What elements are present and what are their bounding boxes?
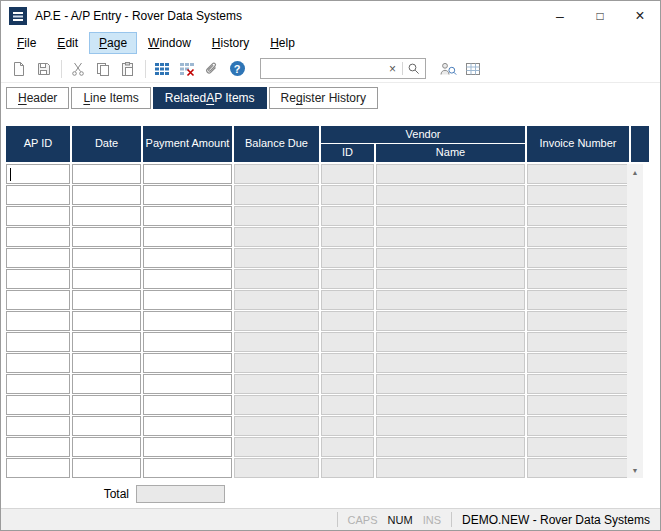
readonly-cell <box>234 164 319 184</box>
table-body <box>6 164 649 478</box>
editable-cell[interactable] <box>72 185 141 205</box>
editable-cell[interactable] <box>72 290 141 310</box>
menu-help[interactable]: Help <box>260 32 305 54</box>
help-icon[interactable]: ? <box>225 58 249 80</box>
editable-cell[interactable] <box>72 395 141 415</box>
editable-cell[interactable] <box>143 311 232 331</box>
editable-cell[interactable] <box>72 416 141 436</box>
readonly-cell <box>234 311 319 331</box>
editable-cell[interactable] <box>143 206 232 226</box>
table-row <box>6 416 649 436</box>
vertical-scrollbar[interactable]: ▲ ▼ <box>627 164 643 478</box>
tab-header[interactable]: Header <box>6 87 69 109</box>
editable-cell[interactable] <box>143 185 232 205</box>
readonly-cell <box>376 374 525 394</box>
editable-cell[interactable] <box>72 227 141 247</box>
search-input[interactable] <box>266 61 385 77</box>
editable-cell[interactable] <box>6 311 70 331</box>
grid-view-icon[interactable] <box>461 58 485 80</box>
editable-cell[interactable] <box>72 269 141 289</box>
editable-cell[interactable] <box>6 290 70 310</box>
tab-register-history[interactable]: Register History <box>269 87 378 109</box>
editable-cell[interactable] <box>72 164 141 184</box>
readonly-cell <box>527 332 629 352</box>
editable-cell[interactable] <box>6 374 70 394</box>
editable-cell[interactable] <box>6 437 70 457</box>
editable-cell[interactable] <box>72 311 141 331</box>
close-button[interactable]: × <box>620 1 660 31</box>
editable-cell[interactable] <box>143 458 232 478</box>
title-bar[interactable]: AP.E - A/P Entry - Rover Data Systems – … <box>1 1 660 31</box>
tab-line-items[interactable]: Line Items <box>71 87 150 109</box>
clear-search-icon[interactable]: × <box>385 63 400 75</box>
editable-cell[interactable] <box>72 374 141 394</box>
editable-cell[interactable] <box>6 269 70 289</box>
editable-cell[interactable] <box>72 458 141 478</box>
maximize-button[interactable]: □ <box>580 1 620 31</box>
attachment-icon[interactable] <box>200 58 224 80</box>
editable-cell[interactable] <box>143 374 232 394</box>
menu-file[interactable]: File <box>7 32 46 54</box>
paste-icon[interactable] <box>116 58 140 80</box>
menu-edit[interactable]: Edit <box>47 32 88 54</box>
editable-cell[interactable] <box>6 416 70 436</box>
editable-cell[interactable] <box>143 395 232 415</box>
scroll-up-icon[interactable]: ▲ <box>627 164 643 180</box>
editable-cell[interactable] <box>143 164 232 184</box>
new-document-icon[interactable] <box>7 58 31 80</box>
table-row <box>6 206 649 226</box>
editable-cell[interactable] <box>143 269 232 289</box>
copy-icon[interactable] <box>91 58 115 80</box>
readonly-cell <box>527 353 629 373</box>
minimize-button[interactable]: – <box>540 1 580 31</box>
editable-cell[interactable] <box>6 248 70 268</box>
table-row <box>6 185 649 205</box>
editable-cell[interactable] <box>6 458 70 478</box>
insert-row-icon[interactable] <box>150 58 174 80</box>
readonly-cell <box>527 458 629 478</box>
status-separator <box>451 512 452 527</box>
toolbar-separator <box>61 60 62 78</box>
readonly-cell <box>234 395 319 415</box>
total-field[interactable] <box>136 485 225 503</box>
col-header-payment-amount: Payment Amount <box>143 126 232 162</box>
editable-cell[interactable] <box>143 332 232 352</box>
delete-row-icon[interactable] <box>175 58 199 80</box>
editable-cell[interactable] <box>72 248 141 268</box>
scroll-down-icon[interactable]: ▼ <box>627 462 643 478</box>
editable-cell[interactable] <box>143 227 232 247</box>
editable-cell[interactable] <box>72 332 141 352</box>
editable-cell[interactable] <box>6 227 70 247</box>
editable-cell[interactable] <box>72 206 141 226</box>
search-icon[interactable] <box>405 62 422 75</box>
editable-cell[interactable] <box>143 290 232 310</box>
editable-cell[interactable] <box>143 416 232 436</box>
col-header-vendor: Vendor <box>321 126 525 143</box>
editable-cell[interactable] <box>6 332 70 352</box>
editable-cell[interactable] <box>6 353 70 373</box>
menu-window[interactable]: Window <box>138 32 201 54</box>
save-icon[interactable] <box>32 58 56 80</box>
total-row: Total <box>6 485 225 503</box>
readonly-cell <box>376 206 525 226</box>
readonly-cell <box>321 395 374 415</box>
editable-cell[interactable] <box>72 353 141 373</box>
menu-history[interactable]: History <box>202 32 259 54</box>
readonly-cell <box>376 437 525 457</box>
menu-page[interactable]: Page <box>89 32 137 54</box>
tab-related-ap-items[interactable]: Related AP Items <box>153 87 267 109</box>
lookup-icon[interactable] <box>436 58 460 80</box>
editable-cell[interactable] <box>143 248 232 268</box>
editable-cell[interactable] <box>143 437 232 457</box>
table-row <box>6 311 649 331</box>
readonly-cell <box>376 227 525 247</box>
editable-cell[interactable] <box>6 395 70 415</box>
editable-cell[interactable] <box>143 353 232 373</box>
readonly-cell <box>376 416 525 436</box>
editable-cell[interactable] <box>6 164 70 184</box>
editable-cell[interactable] <box>6 185 70 205</box>
editable-cell[interactable] <box>72 437 141 457</box>
editable-cell[interactable] <box>6 206 70 226</box>
toolbar-separator <box>145 60 146 78</box>
cut-icon[interactable] <box>66 58 90 80</box>
